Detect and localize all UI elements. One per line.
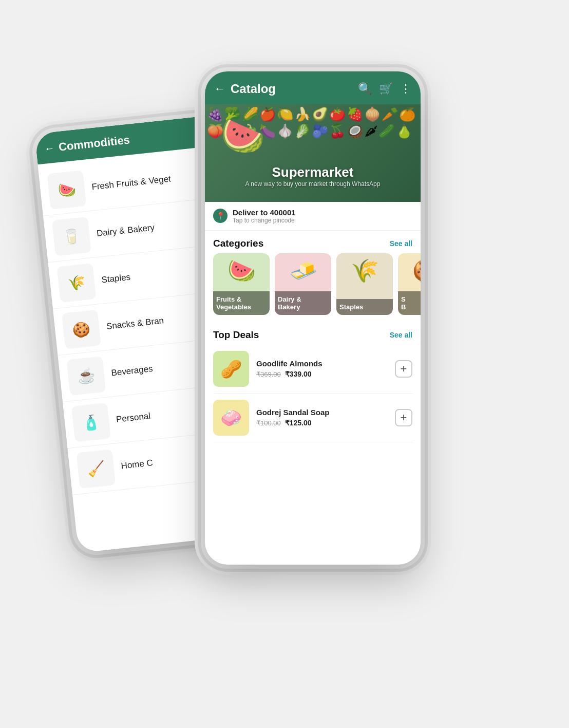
thumb-fruits: 🍉 [47, 170, 86, 210]
phone-catalog: ← Catalog 🔍 🛒 ⋮ 🍇🥦🌽🍎🍋🍌 🥑🍅🍓🧅🥕🍊 🍑🥝🫑🍆🧄🥬 🫐🍒🥥… [205, 71, 421, 565]
catalog-title: Catalog [231, 82, 276, 96]
cat-card-snacks[interactable]: 🍪 SB [398, 253, 421, 315]
cart-icon[interactable]: 🛒 [379, 82, 393, 96]
shop-subtitle: A new way to buy your market through Wha… [245, 180, 381, 188]
cat-fruits-label: Fruits &Vegetables [213, 291, 270, 315]
deal-thumb-almonds: 🥜 [213, 351, 249, 387]
categories-row: 🍉 Fruits &Vegetables 🧈 Dairy &Bakery 🌾 S… [205, 253, 421, 322]
catalog-header-left: ← Catalog [214, 82, 276, 96]
hero-banner: 🍇🥦🌽🍎🍋🍌 🥑🍅🍓🧅🥕🍊 🍑🥝🫑🍆🧄🥬 🫐🍒🥥🌶🥒🍐 🍉 Supermarke… [205, 104, 421, 202]
thumb-personal: 🧴 [71, 402, 111, 442]
deal-info-soap: Godrej Sandal Soap ₹100.00 ₹125.00 [256, 408, 388, 427]
price-old-almonds: ₹369.00 [256, 370, 281, 378]
cat-dairy-img: 🧈 [289, 257, 317, 284]
deliver-text: Deliver to 400001 Tap to change pincode [233, 208, 296, 224]
cat-staples-label: Staples [336, 299, 393, 315]
back-arrow-icon[interactable]: ← [44, 142, 55, 155]
cat-card-dairy[interactable]: 🧈 Dairy &Bakery [275, 253, 331, 315]
categories-section-header: Categories See all [205, 231, 421, 253]
deals-list: 🥜 Goodlife Almonds ₹369.00 ₹339.00 + 🧼 G… [205, 345, 421, 442]
cat-fruits-img: 🍉 [227, 257, 256, 284]
categories-see-all[interactable]: See all [390, 239, 412, 248]
commodities-title: Commodities [58, 133, 130, 154]
more-options-icon[interactable]: ⋮ [400, 82, 411, 96]
deliver-pincode: Deliver to 400001 [233, 208, 296, 217]
header-left: ← Commodities [44, 133, 130, 155]
cat-card-staples[interactable]: 🌾 Staples [336, 253, 393, 315]
item-label: Home C [121, 458, 154, 471]
thumb-staples: 🌾 [56, 263, 96, 303]
shop-name: Supermarket [245, 164, 381, 180]
deal-prices-almonds: ₹369.00 ₹339.00 [256, 370, 388, 378]
price-new-soap: ₹125.00 [285, 419, 312, 427]
item-label: Personal [116, 411, 151, 425]
cat-staples-img: 🌾 [351, 257, 379, 284]
catalog-search-icon[interactable]: 🔍 [358, 82, 372, 96]
thumb-dairy: 🥛 [52, 216, 91, 256]
cat-snacks-img: 🍪 [412, 257, 421, 284]
deal-thumb-soap: 🧼 [213, 400, 249, 436]
cat-dairy-label: Dairy &Bakery [275, 291, 331, 315]
deliver-tap-text: Tap to change pincode [233, 217, 296, 224]
cat-snacks-label: SB [398, 291, 421, 315]
thumb-beverages: ☕ [66, 356, 106, 396]
deal-info-almonds: Goodlife Almonds ₹369.00 ₹339.00 [256, 359, 388, 378]
deal-name-almonds: Goodlife Almonds [256, 359, 388, 368]
location-pin-icon: 📍 [213, 209, 227, 223]
item-label: Staples [101, 272, 131, 285]
catalog-back-arrow-icon[interactable]: ← [214, 82, 225, 96]
hero-watermelon: 🍉 [220, 115, 265, 157]
item-label: Fresh Fruits & Veget [91, 174, 172, 192]
deals-see-all[interactable]: See all [390, 331, 412, 339]
item-label: Beverages [111, 364, 154, 378]
catalog-header-icons: 🔍 🛒 ⋮ [358, 82, 411, 96]
deal-item-almonds: 🥜 Goodlife Almonds ₹369.00 ₹339.00 + [213, 345, 412, 394]
deals-section-header: Top Deals See all [205, 322, 421, 345]
catalog-header: ← Catalog 🔍 🛒 ⋮ [205, 71, 421, 104]
thumb-snacks: 🍪 [62, 309, 101, 349]
deals-title: Top Deals [213, 329, 259, 341]
add-button-almonds[interactable]: + [395, 360, 412, 378]
deliver-bar[interactable]: 📍 Deliver to 400001 Tap to change pincod… [205, 202, 421, 231]
thumb-home: 🧹 [77, 449, 116, 489]
price-old-soap: ₹100.00 [256, 419, 281, 427]
hero-text-block: Supermarket A new way to buy your market… [245, 164, 381, 188]
deal-name-soap: Godrej Sandal Soap [256, 408, 388, 417]
add-button-soap[interactable]: + [395, 409, 412, 426]
deal-item-soap: 🧼 Godrej Sandal Soap ₹100.00 ₹125.00 + [213, 394, 412, 442]
categories-title: Categories [213, 238, 263, 249]
item-label: Dairy & Bakery [96, 222, 155, 239]
price-new-almonds: ₹339.00 [285, 370, 312, 378]
deal-prices-soap: ₹100.00 ₹125.00 [256, 419, 388, 427]
scene: ← Commodities 🔍 🍉 Fresh Fruits & Veget 🥛… [41, 30, 528, 698]
cat-card-fruits[interactable]: 🍉 Fruits &Vegetables [213, 253, 270, 315]
item-label: Snacks & Bran [106, 315, 164, 332]
